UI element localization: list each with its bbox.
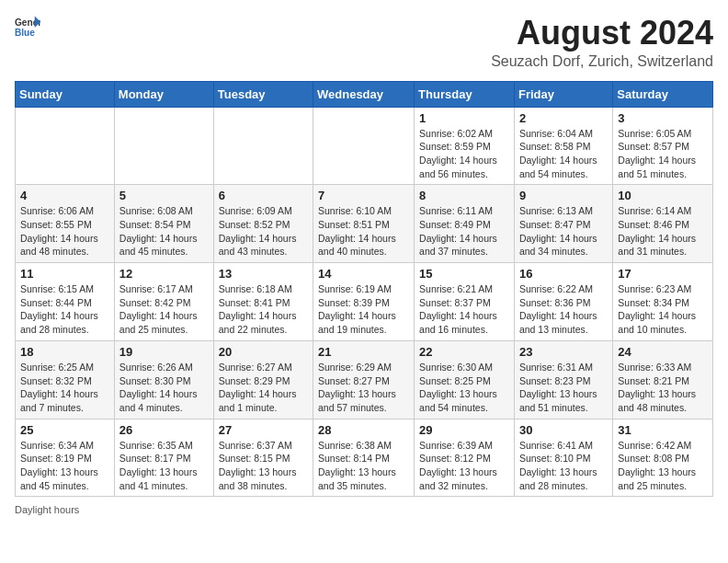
day-number: 11 <box>20 267 109 281</box>
calendar-cell: 24 Sunrise: 6:33 AMSunset: 8:21 PMDaylig… <box>613 340 713 419</box>
day-number: 12 <box>119 267 209 281</box>
day-info: Sunrise: 6:11 AMSunset: 8:49 PMDaylight:… <box>419 205 497 257</box>
day-number: 10 <box>618 189 708 202</box>
day-info: Sunrise: 6:21 AMSunset: 8:37 PMDaylight:… <box>419 283 497 335</box>
calendar-cell: 12 Sunrise: 6:17 AMSunset: 8:42 PMDaylig… <box>114 263 213 341</box>
day-info: Sunrise: 6:26 AMSunset: 8:30 PMDaylight:… <box>119 362 198 413</box>
calendar-cell <box>114 107 213 185</box>
col-monday: Monday <box>114 81 213 107</box>
day-number: 31 <box>618 423 708 437</box>
calendar-cell: 17 Sunrise: 6:23 AMSunset: 8:34 PMDaylig… <box>613 263 713 341</box>
day-info: Sunrise: 6:31 AMSunset: 8:23 PMDaylight:… <box>519 362 597 413</box>
day-number: 22 <box>419 345 509 359</box>
day-number: 27 <box>219 423 308 437</box>
day-info: Sunrise: 6:37 AMSunset: 8:15 PMDaylight:… <box>219 440 297 491</box>
day-number: 4 <box>20 189 109 202</box>
day-number: 28 <box>318 423 409 437</box>
day-info: Sunrise: 6:25 AMSunset: 8:32 PMDaylight:… <box>20 362 98 413</box>
calendar-cell: 14 Sunrise: 6:19 AMSunset: 8:39 PMDaylig… <box>313 263 415 341</box>
calendar-cell: 13 Sunrise: 6:18 AMSunset: 8:41 PMDaylig… <box>213 263 313 341</box>
calendar-cell: 27 Sunrise: 6:37 AMSunset: 8:15 PMDaylig… <box>213 419 313 497</box>
calendar-cell: 22 Sunrise: 6:30 AMSunset: 8:25 PMDaylig… <box>415 340 515 419</box>
calendar-cell: 19 Sunrise: 6:26 AMSunset: 8:30 PMDaylig… <box>114 340 213 419</box>
day-info: Sunrise: 6:23 AMSunset: 8:34 PMDaylight:… <box>618 283 696 335</box>
calendar-cell: 31 Sunrise: 6:42 AMSunset: 8:08 PMDaylig… <box>613 419 713 497</box>
day-number: 9 <box>519 189 608 202</box>
logo: General Blue <box>15 15 40 40</box>
calendar-cell <box>213 107 313 185</box>
day-number: 15 <box>419 267 509 281</box>
calendar-cell: 10 Sunrise: 6:14 AMSunset: 8:46 PMDaylig… <box>613 185 713 263</box>
calendar-cell: 29 Sunrise: 6:39 AMSunset: 8:12 PMDaylig… <box>415 419 515 497</box>
day-info: Sunrise: 6:34 AMSunset: 8:19 PMDaylight:… <box>20 440 98 491</box>
col-saturday: Saturday <box>613 81 713 107</box>
calendar-row-1: 1 Sunrise: 6:02 AMSunset: 8:59 PMDayligh… <box>16 107 713 185</box>
calendar-cell: 8 Sunrise: 6:11 AMSunset: 8:49 PMDayligh… <box>415 185 515 263</box>
calendar-cell: 7 Sunrise: 6:10 AMSunset: 8:51 PMDayligh… <box>313 185 415 263</box>
calendar-cell: 15 Sunrise: 6:21 AMSunset: 8:37 PMDaylig… <box>415 263 515 341</box>
day-info: Sunrise: 6:04 AMSunset: 8:58 PMDaylight:… <box>519 128 597 179</box>
calendar-cell: 23 Sunrise: 6:31 AMSunset: 8:23 PMDaylig… <box>514 340 612 419</box>
day-number: 7 <box>318 189 409 202</box>
day-info: Sunrise: 6:19 AMSunset: 8:39 PMDaylight:… <box>318 283 396 335</box>
calendar-cell <box>313 107 415 185</box>
generalblue-logo-icon: General Blue <box>15 15 40 40</box>
col-wednesday: Wednesday <box>313 81 415 107</box>
calendar-cell <box>16 107 115 185</box>
day-number: 2 <box>519 111 608 125</box>
day-info: Sunrise: 6:42 AMSunset: 8:08 PMDaylight:… <box>618 440 696 491</box>
calendar-cell: 30 Sunrise: 6:41 AMSunset: 8:10 PMDaylig… <box>514 419 612 497</box>
header-row: Sunday Monday Tuesday Wednesday Thursday… <box>16 81 713 107</box>
calendar-cell: 16 Sunrise: 6:22 AMSunset: 8:36 PMDaylig… <box>514 263 612 341</box>
title-area: August 2024 Seuzach Dorf, Zurich, Switze… <box>491 15 713 70</box>
calendar-row-5: 25 Sunrise: 6:34 AMSunset: 8:19 PMDaylig… <box>16 419 713 497</box>
day-number: 1 <box>419 111 509 125</box>
day-number: 21 <box>318 345 409 359</box>
day-info: Sunrise: 6:06 AMSunset: 8:55 PMDaylight:… <box>20 205 98 257</box>
day-info: Sunrise: 6:13 AMSunset: 8:47 PMDaylight:… <box>519 205 597 257</box>
day-number: 29 <box>419 423 509 437</box>
svg-text:Blue: Blue <box>15 28 35 38</box>
day-number: 6 <box>219 189 308 202</box>
day-info: Sunrise: 6:29 AMSunset: 8:27 PMDaylight:… <box>318 362 396 413</box>
calendar-body: 1 Sunrise: 6:02 AMSunset: 8:59 PMDayligh… <box>16 107 713 497</box>
col-thursday: Thursday <box>415 81 515 107</box>
day-number: 13 <box>219 267 308 281</box>
day-info: Sunrise: 6:22 AMSunset: 8:36 PMDaylight:… <box>519 283 597 335</box>
day-number: 23 <box>519 345 608 359</box>
day-info: Sunrise: 6:08 AMSunset: 8:54 PMDaylight:… <box>119 205 198 257</box>
day-info: Sunrise: 6:41 AMSunset: 8:10 PMDaylight:… <box>519 440 597 491</box>
day-number: 30 <box>519 423 608 437</box>
calendar-cell: 18 Sunrise: 6:25 AMSunset: 8:32 PMDaylig… <box>16 340 115 419</box>
day-info: Sunrise: 6:10 AMSunset: 8:51 PMDaylight:… <box>318 205 396 257</box>
calendar-cell: 4 Sunrise: 6:06 AMSunset: 8:55 PMDayligh… <box>16 185 115 263</box>
calendar-cell: 21 Sunrise: 6:29 AMSunset: 8:27 PMDaylig… <box>313 340 415 419</box>
day-info: Sunrise: 6:17 AMSunset: 8:42 PMDaylight:… <box>119 283 198 335</box>
day-number: 26 <box>119 423 209 437</box>
day-info: Sunrise: 6:15 AMSunset: 8:44 PMDaylight:… <box>20 283 98 335</box>
calendar-cell: 11 Sunrise: 6:15 AMSunset: 8:44 PMDaylig… <box>16 263 115 341</box>
day-number: 3 <box>618 111 708 125</box>
day-number: 19 <box>119 345 209 359</box>
location-subtitle: Seuzach Dorf, Zurich, Switzerland <box>491 53 713 70</box>
day-info: Sunrise: 6:33 AMSunset: 8:21 PMDaylight:… <box>618 362 696 413</box>
col-sunday: Sunday <box>16 81 115 107</box>
day-info: Sunrise: 6:30 AMSunset: 8:25 PMDaylight:… <box>419 362 497 413</box>
day-info: Sunrise: 6:18 AMSunset: 8:41 PMDaylight:… <box>219 283 297 335</box>
calendar-cell: 5 Sunrise: 6:08 AMSunset: 8:54 PMDayligh… <box>114 185 213 263</box>
calendar-cell: 3 Sunrise: 6:05 AMSunset: 8:57 PMDayligh… <box>613 107 713 185</box>
day-number: 5 <box>119 189 209 202</box>
day-info: Sunrise: 6:05 AMSunset: 8:57 PMDaylight:… <box>618 128 696 179</box>
calendar-cell: 20 Sunrise: 6:27 AMSunset: 8:29 PMDaylig… <box>213 340 313 419</box>
calendar-table: Sunday Monday Tuesday Wednesday Thursday… <box>15 81 713 498</box>
day-info: Sunrise: 6:39 AMSunset: 8:12 PMDaylight:… <box>419 440 497 491</box>
header: General Blue August 2024 Seuzach Dorf, Z… <box>15 15 713 70</box>
day-number: 20 <box>219 345 308 359</box>
calendar-cell: 6 Sunrise: 6:09 AMSunset: 8:52 PMDayligh… <box>213 185 313 263</box>
calendar-row-4: 18 Sunrise: 6:25 AMSunset: 8:32 PMDaylig… <box>16 340 713 419</box>
day-info: Sunrise: 6:27 AMSunset: 8:29 PMDaylight:… <box>219 362 297 413</box>
calendar-cell: 25 Sunrise: 6:34 AMSunset: 8:19 PMDaylig… <box>16 419 115 497</box>
calendar-cell: 1 Sunrise: 6:02 AMSunset: 8:59 PMDayligh… <box>415 107 515 185</box>
day-info: Sunrise: 6:02 AMSunset: 8:59 PMDaylight:… <box>419 128 497 179</box>
day-number: 17 <box>618 267 708 281</box>
